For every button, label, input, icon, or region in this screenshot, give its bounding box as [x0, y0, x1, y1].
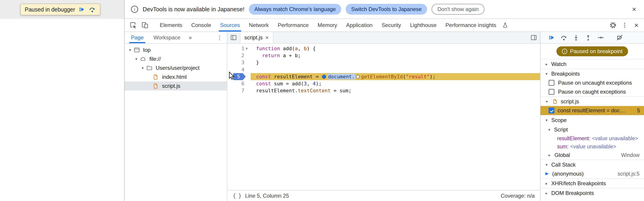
infobar-switch-japanese-button[interactable]: Switch DevTools to Japanese — [346, 4, 427, 15]
tree-item-project-folder[interactable]: ▾ Users/user/project — [125, 64, 227, 72]
tab-memory[interactable]: Memory — [313, 19, 342, 32]
deactivate-breakpoints-button[interactable] — [616, 34, 623, 41]
tab-application[interactable]: Application — [342, 19, 377, 32]
variable-name: sum — [557, 144, 567, 150]
close-icon: × — [632, 6, 636, 13]
line-number[interactable]: 1▾ — [227, 45, 251, 52]
pause-caught-label: Pause on caught exceptions — [558, 89, 626, 95]
close-icon: × — [634, 22, 638, 29]
tab-security[interactable]: Security — [377, 19, 406, 32]
section-xhr-breakpoints[interactable]: ▸ XHR/fetch Breakpoints — [540, 178, 644, 188]
code-line: 7resultElement.textContent = sum; — [227, 87, 540, 94]
tree-item-top[interactable]: ▾ top — [125, 46, 227, 54]
step-over-button[interactable] — [560, 34, 568, 41]
breakpoint-entry[interactable]: const resultElement = doc… 5 — [540, 106, 644, 115]
tab-console[interactable]: Console — [187, 19, 216, 32]
code-text[interactable]: return a + b; — [251, 52, 540, 59]
infobar-always-match-button[interactable]: Always match Chrome's language — [249, 4, 341, 15]
navigator-toggle-icon — [230, 34, 237, 41]
tree-item-script-js[interactable]: script.js — [125, 82, 227, 90]
triangle-expanded-icon[interactable]: ▾ — [140, 66, 145, 70]
code-line: 3} — [227, 59, 540, 66]
tab-performance-insights[interactable]: Performance insights — [441, 19, 501, 32]
token-pr: a — [295, 46, 298, 51]
overlay-resume-button[interactable] — [78, 6, 86, 13]
section-breakpoints[interactable]: ▾ Breakpoints — [540, 69, 644, 78]
scope-variable-row: resultElement: <value unavailable> — [540, 134, 644, 142]
variable-name: resultElement — [557, 136, 589, 142]
section-call-stack[interactable]: ▾ Call Stack — [540, 160, 644, 169]
tab-elements[interactable]: Elements — [155, 19, 187, 32]
navigator-tab-workspace[interactable]: Workspace — [152, 32, 182, 43]
token-pl: , — [298, 46, 304, 51]
line-number[interactable]: 4 — [227, 66, 251, 73]
toggle-navigator-button[interactable] — [228, 32, 239, 43]
tab-lighthouse[interactable]: Lighthouse — [406, 19, 441, 32]
navigator-tab-page[interactable]: Page — [129, 32, 145, 43]
line-number[interactable]: 7 — [227, 87, 251, 94]
tree-item-file-protocol[interactable]: ▾ file:// — [125, 54, 227, 64]
code-text[interactable]: function add(a, b) { — [251, 45, 540, 52]
tab-close-icon[interactable]: × — [265, 35, 269, 40]
code-text[interactable]: const resultElement = document.getElemen… — [251, 73, 540, 80]
section-scope[interactable]: ▾ Scope — [540, 115, 644, 125]
pause-caught-exceptions-row[interactable]: Pause on caught exceptions — [540, 87, 644, 96]
token-kw: function — [256, 46, 280, 51]
line-number[interactable]: 2 — [227, 52, 251, 59]
scope-script-group[interactable]: ▾ Script — [540, 125, 644, 134]
breakpoint-gutter-marker[interactable]: 5 — [227, 73, 251, 80]
scope-global-value: Window — [621, 152, 640, 158]
section-dom-breakpoints[interactable]: ▸ DOM Breakpoints — [540, 188, 644, 198]
step-into-button[interactable] — [572, 34, 580, 41]
tab-network[interactable]: Network — [244, 19, 273, 32]
triangle-collapsed-icon: ▸ — [547, 153, 552, 157]
fold-triangle-icon[interactable]: ▾ — [246, 45, 251, 52]
section-watch[interactable]: ▸ Watch — [540, 59, 644, 69]
settings-button[interactable] — [607, 20, 619, 30]
code-text[interactable] — [251, 66, 540, 73]
code-text[interactable]: } — [251, 59, 540, 66]
triangle-expanded-icon[interactable]: ▾ — [127, 48, 133, 52]
code-text[interactable]: resultElement.textContent = sum; — [251, 87, 540, 94]
infobar-close-button[interactable]: × — [629, 4, 640, 15]
coverage-status[interactable]: Coverage: n/a — [501, 193, 535, 199]
tab-sources[interactable]: Sources — [216, 19, 244, 32]
sources-panel: Page Workspace » ⋮ ▾ top ▾ — [125, 32, 644, 201]
pause-uncaught-exceptions-row[interactable]: Pause on uncaught exceptions — [540, 78, 644, 87]
tree-item-label: Users/user/project — [156, 65, 200, 71]
more-tabs-icon[interactable]: » — [188, 32, 192, 43]
navigator-menu-button[interactable]: ⋮ — [214, 32, 225, 43]
line-number[interactable]: 3 — [227, 59, 251, 66]
line-number[interactable]: 6 — [227, 80, 251, 87]
editor-tab-label: script.js — [244, 34, 262, 41]
device-toolbar-button[interactable] — [139, 20, 151, 30]
pause-uncaught-checkbox[interactable] — [548, 80, 554, 86]
step-out-icon — [585, 34, 591, 41]
pause-caught-checkbox[interactable] — [548, 89, 554, 95]
overlay-step-over-button[interactable] — [89, 6, 96, 13]
code-editor[interactable]: 1▾function add(a, b) {2 return a + b;3}4… — [227, 44, 540, 190]
breakpoint-checkbox[interactable] — [548, 108, 554, 114]
code-text[interactable]: const sum = add(3, 4); — [251, 80, 540, 87]
file-tree: ▾ top ▾ file:// ▾ — [125, 44, 227, 201]
resume-button[interactable] — [548, 34, 555, 41]
breakpoint-file-group[interactable]: ▾ script.js — [540, 96, 644, 106]
scope-global-row[interactable]: ▸ Global Window — [540, 150, 644, 160]
inline-marker-gray-icon[interactable] — [356, 75, 360, 79]
tree-item-index-html[interactable]: index.html — [125, 72, 227, 82]
devtools-close-button[interactable]: × — [630, 20, 642, 30]
step-button[interactable] — [597, 34, 604, 41]
token-pl: ); — [430, 74, 436, 80]
token-kw: const — [256, 74, 271, 80]
step-out-button[interactable] — [584, 34, 592, 41]
inspect-element-button[interactable] — [127, 20, 139, 30]
call-stack-frame[interactable]: (anonymous) script.js:5 — [540, 169, 644, 178]
toggle-debugger-sidebar-button[interactable] — [528, 32, 539, 43]
paused-in-debugger-banner: Paused in debugger — [20, 4, 100, 15]
more-options-button[interactable] — [619, 20, 630, 30]
editor-tab-script-js[interactable]: script.js × — [240, 32, 274, 43]
triangle-expanded-icon[interactable]: ▾ — [134, 57, 139, 61]
inline-marker-blue-icon[interactable] — [322, 75, 326, 79]
infobar-dont-show-button[interactable]: Don't show again — [432, 4, 484, 15]
tab-performance[interactable]: Performance — [273, 19, 313, 32]
